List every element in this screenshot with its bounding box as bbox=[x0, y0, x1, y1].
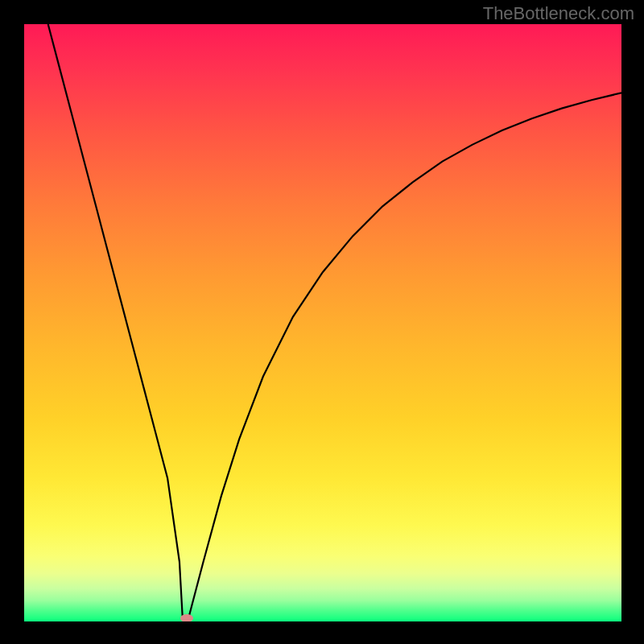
bottleneck-curve bbox=[48, 24, 621, 618]
plot-area bbox=[24, 24, 621, 621]
chart-container: TheBottleneck.com bbox=[0, 0, 644, 644]
optimal-point-marker bbox=[180, 614, 193, 621]
watermark-text: TheBottleneck.com bbox=[483, 3, 634, 24]
curve-svg bbox=[24, 24, 621, 621]
